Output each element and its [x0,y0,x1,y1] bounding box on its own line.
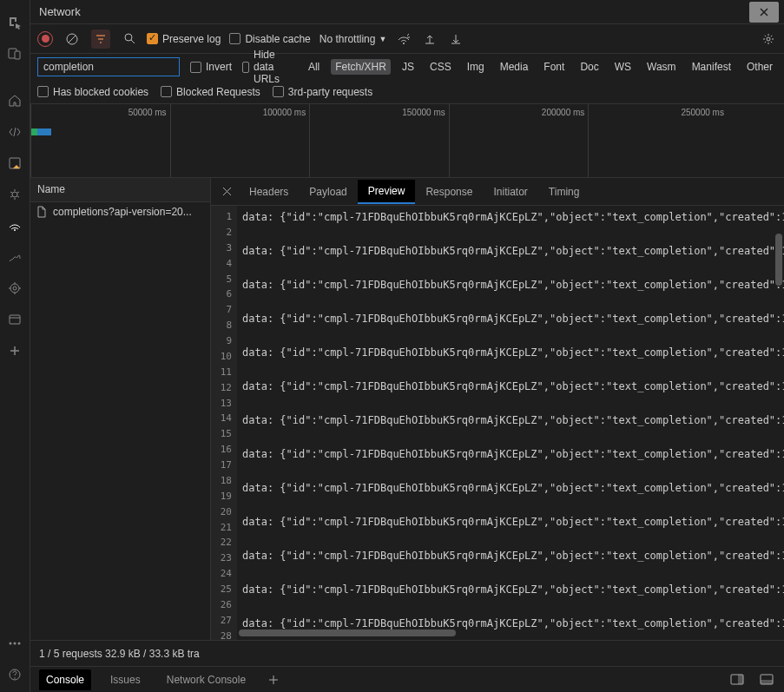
code-line: data: {"id":"cmpl-71FDBquEhOIbbuK5rq0rmA… [242,582,781,599]
code-line: data: {"id":"cmpl-71FDBquEhOIbbuK5rq0rmA… [242,514,781,531]
elements-icon[interactable] [4,122,25,142]
tab-network-console[interactable]: Network Console [160,669,253,690]
tab-issues[interactable]: Issues [103,669,148,690]
import-icon[interactable] [421,30,438,48]
third-party-label: 3rd-party requests [288,86,372,98]
tab-timing[interactable]: Timing [538,181,590,203]
tab-preview[interactable]: Preview [358,180,416,204]
tab-console[interactable]: Console [39,669,91,690]
home-icon[interactable] [4,90,25,111]
timeline-tick-label: 50000 ms [128,108,167,117]
close-details-button[interactable] [214,187,239,196]
blocked-requests-checkbox[interactable] [161,86,172,97]
preview-code[interactable]: data: {"id":"cmpl-71FDBquEhOIbbuK5rq0rmA… [237,206,784,640]
svg-point-6 [13,287,16,290]
tab-payload[interactable]: Payload [299,181,357,203]
code-line: data: {"id":"cmpl-71FDBquEhOIbbuK5rq0rmA… [242,446,781,464]
hide-data-urls-checkbox[interactable] [242,62,249,73]
content-row: Name completions?api-version=20... Heade… [30,178,784,640]
third-party-checkbox[interactable] [273,86,284,97]
memory-icon[interactable] [4,278,25,299]
chevron-down-icon: ▼ [379,35,386,43]
filter-toggle-button[interactable] [91,30,110,49]
svg-rect-20 [761,680,773,684]
search-icon[interactable] [121,30,138,48]
sources-icon[interactable] [4,153,25,174]
code-line: data: {"id":"cmpl-71FDBquEhOIbbuK5rq0rmA… [242,277,781,294]
close-panel-button[interactable] [749,2,779,23]
type-filter-media[interactable]: Media [496,59,533,75]
type-filter-wasm[interactable]: Wasm [642,59,681,75]
svg-rect-7 [10,315,20,324]
preserve-log-checkbox[interactable] [147,33,158,44]
panel-title: Network [39,5,81,18]
code-line [242,362,781,379]
code-line: data: {"id":"cmpl-71FDBquEhOIbbuK5rq0rmA… [242,311,781,328]
performance-icon[interactable] [4,247,25,267]
main-panel: Network Preserve log Disable cache No th… [30,0,784,692]
tab-initiator[interactable]: Initiator [483,181,537,203]
device-icon[interactable] [4,43,25,64]
type-filters: AllFetch/XHRJSCSSImgMediaFontDocWSWasmMa… [304,59,777,75]
titlebar: Network [30,0,784,24]
type-filter-js[interactable]: JS [398,59,418,75]
svg-rect-18 [738,675,743,684]
help-icon[interactable] [4,664,25,685]
code-line [242,599,781,616]
svg-point-3 [12,192,17,197]
code-line: data: {"id":"cmpl-71FDBquEhOIbbuK5rq0rmA… [242,480,781,498]
settings-icon[interactable] [760,30,777,48]
throttling-select[interactable]: No throttling ▼ [320,33,387,45]
type-filter-other[interactable]: Other [742,59,777,75]
code-line [242,260,781,278]
svg-point-9 [14,643,16,645]
type-filter-all[interactable]: All [304,59,324,75]
add-tab-icon[interactable] [265,671,282,689]
timeline-tick-label: 200000 ms [542,108,584,117]
request-row[interactable]: completions?api-version=20... [30,202,210,221]
more-icon[interactable] [4,633,25,654]
export-icon[interactable] [447,30,464,48]
name-header[interactable]: Name [30,178,210,202]
debugger-icon[interactable] [4,184,25,205]
clear-icon[interactable] [63,30,81,48]
svg-point-8 [10,643,12,645]
expand-icon[interactable] [758,671,775,689]
type-filter-manifest[interactable]: Manifest [688,59,735,75]
invert-checkbox[interactable] [190,62,201,73]
type-filter-fetchxhr[interactable]: Fetch/XHR [331,59,391,75]
network-icon[interactable] [4,215,25,236]
type-filter-doc[interactable]: Doc [576,59,603,75]
line-gutter: 1234567891011121314151617181920212223242… [211,206,237,640]
disable-cache-checkbox[interactable] [229,33,240,44]
invert-label: Invert [206,61,232,73]
type-filter-css[interactable]: CSS [425,59,456,75]
svg-point-5 [10,284,19,293]
svg-point-10 [18,643,21,645]
code-line [242,328,781,346]
record-button[interactable] [37,31,53,47]
code-line: data: {"id":"cmpl-71FDBquEhOIbbuK5rq0rmA… [242,345,781,362]
inspect-icon[interactable] [4,12,25,33]
timeline-tick-label: 100000 ms [263,108,306,117]
horizontal-scrollbar[interactable] [239,629,772,636]
vertical-scrollbar[interactable] [775,234,782,629]
dock-icon[interactable] [728,671,746,689]
network-conditions-icon[interactable] [395,30,412,48]
add-icon[interactable] [4,340,25,361]
tab-headers[interactable]: Headers [239,181,299,203]
filter-input[interactable] [37,57,180,76]
blocked-cookies-checkbox[interactable] [37,86,49,97]
svg-rect-1 [15,51,20,59]
name-column: Name completions?api-version=20... [30,178,211,640]
tab-response[interactable]: Response [415,181,483,203]
filter-toolbar-2: Has blocked cookies Blocked Requests 3rd… [30,80,784,104]
timeline[interactable]: 50000 ms100000 ms150000 ms200000 ms25000… [30,104,784,178]
application-icon[interactable] [4,309,25,330]
blocked-requests-label: Blocked Requests [176,86,260,98]
type-filter-img[interactable]: Img [463,59,489,75]
detail-tabs: Headers Payload Preview Response Initiat… [211,178,784,206]
type-filter-ws[interactable]: WS [610,59,636,75]
type-filter-font[interactable]: Font [539,59,569,75]
status-bar: 1 / 5 requests 32.9 kB / 33.3 kB tra [30,640,784,666]
